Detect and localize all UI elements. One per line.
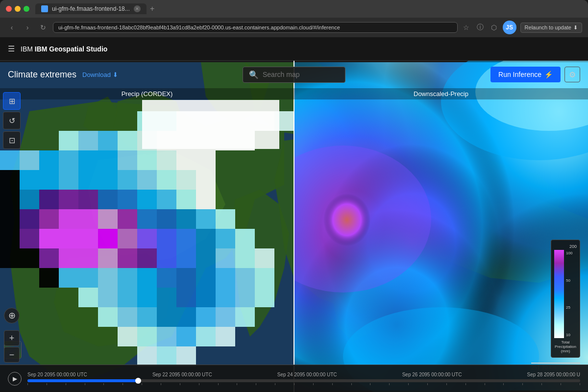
svg-rect-54 [39,209,59,229]
forward-button[interactable]: › [22,22,33,33]
timeline-thumb[interactable] [135,378,141,384]
extensions-icon[interactable]: ⬡ [489,23,499,32]
svg-rect-23 [78,150,98,170]
new-tab-button[interactable]: + [147,3,158,15]
download-label: Download [82,71,111,78]
svg-rect-96 [137,268,157,288]
zoom-in-button[interactable]: + [4,330,20,346]
info-icon[interactable]: ⓘ [475,23,485,32]
run-inference-button[interactable]: Run Inference ⚡ [490,67,561,82]
svg-rect-40 [196,170,216,190]
svg-rect-49 [157,190,176,209]
address-bar[interactable]: ui-gfm-fe.fmaas-frontend-18abc028bf9eabf… [53,22,458,33]
timeline: ▶ Sep 20 2095 00:00:00 UTC Sep 22 2095 0… [0,365,588,392]
map-area[interactable]: Climate extremes Download ⬇ 🔍 Run Infere… [0,61,588,392]
blank-data-region [142,100,279,149]
svg-rect-41 [0,190,20,209]
left-sidebar: ⊞ ↺ ⊡ [0,88,24,153]
svg-rect-114 [118,307,137,327]
tab-close-icon[interactable]: ✕ [134,5,141,12]
svg-rect-90 [255,248,274,268]
svg-rect-33 [59,170,78,190]
svg-rect-95 [118,268,137,288]
svg-rect-100 [216,268,235,288]
layers-button[interactable]: ⊞ [3,92,21,110]
svg-rect-113 [98,307,118,327]
bookmark-icon[interactable]: ☆ [462,23,471,32]
svg-rect-50 [176,190,196,209]
browser-toolbar-actions: ☆ ⓘ ⬡ JS Relaunch to update ⬇ [462,21,582,34]
download-button[interactable]: Download ⬇ [82,71,118,78]
svg-rect-77 [0,248,20,268]
panel-labels: Precip (CORDEX) Downscaled-Precip [0,88,588,99]
compass-button[interactable]: ⊕ [4,308,20,323]
active-tab[interactable]: ui-gfm-fe.fmaas-frontend-18... ✕ [35,3,147,14]
svg-rect-112 [255,288,274,307]
close-button[interactable] [6,6,12,12]
right-panel-label: Downscaled-Precip [294,88,588,99]
minimize-button[interactable] [15,6,21,12]
svg-rect-64 [0,229,20,248]
browser-titlebar: ui-gfm-fe.fmaas-frontend-18... ✕ + [0,0,588,18]
svg-rect-128 [157,346,176,366]
svg-rect-53 [20,209,39,229]
map-top-bar: Climate extremes Download ⬇ 🔍 Run Infere… [0,61,588,88]
relaunch-button[interactable]: Relaunch to update ⬇ [520,23,582,33]
traffic-lights [6,6,29,12]
svg-rect-72 [157,229,176,248]
compass-icon: ⊕ [8,310,16,321]
svg-rect-110 [216,288,235,307]
tab-favicon [41,5,48,12]
zoom-out-button[interactable]: − [4,347,20,363]
measure-button[interactable]: ⊡ [3,131,21,149]
downscaled-overlay [294,61,588,392]
search-input[interactable] [263,71,339,78]
search-bar[interactable]: 🔍 [243,67,345,83]
menu-button[interactable]: ☰ [8,44,15,53]
svg-rect-30 [0,170,20,190]
timeline-bar[interactable] [27,379,580,382]
legend-value-25: 25 [566,305,572,310]
svg-rect-45 [78,190,98,209]
svg-rect-69 [98,229,118,248]
svg-rect-71 [137,229,157,248]
download-icon: ⬇ [113,71,118,78]
svg-rect-46 [98,190,118,209]
svg-rect-84 [137,248,157,268]
maximize-button[interactable] [24,6,29,12]
app-brand: IBM IBM Geospatial Studio [21,45,107,53]
date-2: Sep 22 2095 00:00:00 UTC [152,372,212,377]
svg-rect-11 [98,131,118,150]
reload-button[interactable]: ↻ [37,22,49,33]
svg-rect-66 [39,229,59,248]
main-content: Climate extremes Download ⬇ 🔍 Run Infere… [0,61,588,392]
svg-rect-52 [0,209,20,229]
svg-rect-127 [137,346,157,366]
user-avatar[interactable]: JS [503,21,516,34]
svg-rect-78 [20,248,39,268]
svg-rect-61 [176,209,196,229]
svg-rect-107 [157,288,176,307]
svg-rect-88 [216,248,235,268]
tab-bar: ui-gfm-fe.fmaas-frontend-18... ✕ + [35,3,582,15]
svg-rect-68 [78,229,98,248]
settings-button-top[interactable]: ⚙ [564,67,580,82]
history-button[interactable]: ↺ [3,112,21,129]
svg-rect-91 [39,268,59,288]
play-button[interactable]: ▶ [8,372,22,386]
zoom-controls: + − [4,330,20,363]
svg-rect-74 [196,229,216,248]
svg-rect-126 [216,327,235,346]
svg-rect-22 [59,150,78,170]
svg-rect-63 [216,209,235,229]
svg-rect-37 [137,170,157,190]
legend-value-100: 100 [566,251,572,255]
back-button[interactable]: ‹ [6,22,18,33]
map-divider[interactable] [294,61,294,392]
svg-rect-70 [118,229,137,248]
svg-rect-47 [118,190,137,209]
color-legend: 200 100 50 25 10 Total Precipitation (mm… [551,240,580,358]
svg-rect-24 [98,150,118,170]
timeline-track[interactable]: Sep 20 2095 00:00:00 UTC Sep 22 2095 00:… [27,372,580,385]
svg-rect-93 [78,268,98,288]
